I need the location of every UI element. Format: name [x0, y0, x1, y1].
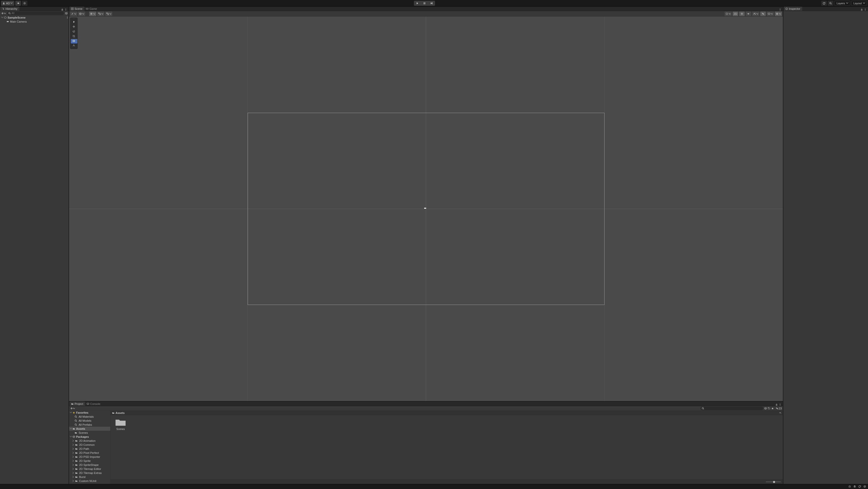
scale-tool[interactable]	[71, 34, 78, 39]
foldout-icon[interactable]	[72, 468, 74, 470]
layers-status-icon[interactable]	[854, 485, 857, 488]
2d-toggle[interactable]: 2D	[733, 11, 738, 16]
step-button[interactable]	[428, 1, 435, 6]
play-button[interactable]	[414, 1, 421, 6]
snap-increment-button[interactable]	[105, 11, 112, 16]
favorite-item[interactable]: All Prefabs	[69, 423, 110, 427]
compile-status-icon[interactable]	[864, 485, 867, 488]
gizmos-button[interactable]	[775, 11, 782, 16]
foldout-icon[interactable]	[72, 464, 74, 466]
scene-row[interactable]: SampleScene	[0, 16, 68, 20]
package-row[interactable]: 2D Sprite	[69, 459, 110, 463]
panel-menu-icon[interactable]	[65, 8, 67, 11]
package-row[interactable]: 2D Path	[69, 447, 110, 451]
lighting-toggle[interactable]	[739, 11, 745, 16]
scene-viewport[interactable]: ⋯	[69, 17, 783, 401]
undo-history-button[interactable]	[821, 1, 827, 6]
lock-icon[interactable]	[61, 8, 64, 11]
palette-drag-handle[interactable]: ⋯	[71, 18, 77, 20]
asset-folder-row[interactable]: Scenes	[69, 431, 110, 435]
favorite-item[interactable]: All Materials	[69, 415, 110, 419]
hierarchy-tab[interactable]: Hierarchy	[0, 6, 19, 11]
package-label: 2D SpriteShape	[79, 463, 99, 466]
transform-tool[interactable]	[71, 44, 78, 48]
panel-menu-icon[interactable]	[779, 403, 781, 406]
camera-gizmo-icon[interactable]	[424, 207, 428, 211]
inspector-tab[interactable]: Inspector	[784, 6, 802, 11]
debug-draw-button[interactable]	[724, 11, 732, 16]
console-tab[interactable]: Console	[85, 402, 102, 406]
foldout-icon[interactable]	[72, 452, 74, 454]
account-button[interactable]: AD	[1, 1, 14, 6]
package-row[interactable]: Burst	[69, 475, 110, 479]
global-search-button[interactable]	[828, 1, 833, 6]
camera-button[interactable]	[767, 11, 774, 16]
audio-toggle[interactable]	[746, 11, 751, 16]
cloud-button[interactable]	[15, 1, 21, 6]
foldout-icon[interactable]	[72, 448, 74, 450]
folder-icon	[74, 431, 77, 434]
package-row[interactable]: 2D Common	[69, 443, 110, 447]
package-row[interactable]: 2D Tilemap Editor	[69, 467, 110, 471]
grid-button[interactable]	[89, 11, 96, 16]
search-filter-icon[interactable]	[65, 12, 68, 14]
foldout-icon[interactable]	[72, 444, 74, 446]
search-by-type-icon[interactable]	[764, 407, 767, 410]
package-row[interactable]: 2D Animation	[69, 439, 110, 443]
settings-button[interactable]	[22, 1, 27, 6]
gear-icon	[23, 2, 26, 4]
layout-dropdown[interactable]: Layout	[851, 1, 867, 6]
hierarchy-add-button[interactable]	[1, 11, 6, 15]
asset-tile[interactable]: Scenes	[113, 418, 128, 430]
foldout-icon[interactable]	[72, 456, 74, 458]
package-row[interactable]: 2D Tilemap Extras	[69, 471, 110, 475]
move-tool[interactable]	[71, 25, 78, 29]
game-tab[interactable]: Game	[84, 6, 99, 11]
fx-toggle[interactable]	[752, 11, 759, 16]
rect-tool[interactable]	[71, 39, 78, 43]
scene-menu-icon[interactable]	[66, 16, 68, 19]
pivot-button[interactable]	[70, 11, 77, 16]
packages-header[interactable]: Packages	[69, 435, 110, 439]
package-row[interactable]: 2D Pixel Perfect	[69, 451, 110, 455]
panel-menu-icon[interactable]	[779, 8, 781, 11]
foldout-icon[interactable]	[72, 472, 74, 474]
thumbnail-size-slider[interactable]	[766, 482, 781, 482]
project-tab-label: Project	[74, 402, 83, 405]
favorite-item[interactable]: All Models	[69, 419, 110, 423]
caret-up-icon[interactable]	[779, 412, 781, 414]
visibility-toggle[interactable]	[760, 11, 766, 16]
scene-tab[interactable]: Scene	[69, 6, 84, 11]
hierarchy-search-input[interactable]	[7, 11, 64, 15]
save-search-icon[interactable]	[771, 407, 774, 410]
foldout-icon[interactable]	[72, 480, 74, 482]
search-by-label-icon[interactable]	[768, 407, 770, 410]
rotate-tool[interactable]	[71, 29, 78, 34]
project-add-button[interactable]	[70, 407, 75, 410]
package-row[interactable]: Custom NUnit	[69, 479, 110, 483]
foldout-icon[interactable]	[72, 439, 74, 442]
tool-palette[interactable]: ⋯	[70, 18, 78, 49]
snap-button[interactable]	[97, 11, 104, 16]
shading-button[interactable]	[78, 11, 85, 16]
assets-header[interactable]: Assets	[69, 427, 110, 431]
cache-status-icon[interactable]	[859, 485, 862, 488]
pause-button[interactable]	[421, 1, 428, 6]
panel-menu-icon[interactable]	[864, 8, 867, 11]
package-row[interactable]: 2D SpriteShape	[69, 463, 110, 467]
project-tab[interactable]: Project	[69, 402, 85, 406]
project-search-input[interactable]	[701, 407, 763, 410]
package-row[interactable]: 2D PSD Importer	[69, 455, 110, 459]
project-grid[interactable]: Scenes	[111, 415, 783, 480]
gameobject-row[interactable]: Main Camera	[0, 20, 68, 24]
foldout-icon[interactable]	[72, 460, 74, 462]
lock-icon[interactable]	[861, 8, 863, 11]
layers-dropdown[interactable]: Layers	[834, 1, 850, 6]
hand-tool[interactable]	[71, 20, 78, 24]
foldout-icon[interactable]	[1, 16, 3, 19]
bug-off-icon[interactable]	[848, 485, 851, 488]
foldout-icon[interactable]	[72, 476, 74, 478]
lock-icon[interactable]	[775, 403, 778, 406]
hidden-items-badge[interactable]: 23	[776, 407, 782, 410]
favorites-header[interactable]: Favorites	[69, 410, 110, 415]
